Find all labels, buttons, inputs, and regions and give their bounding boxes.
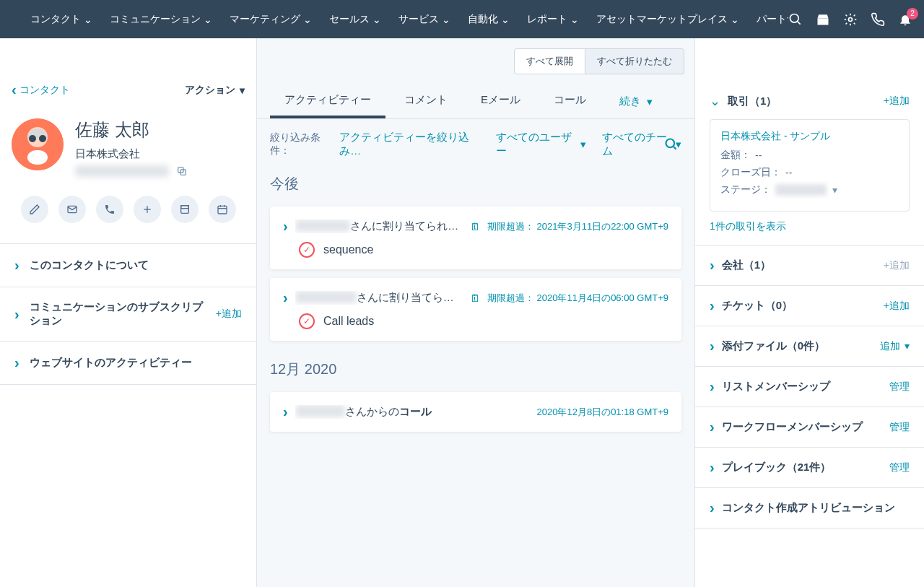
svg-line-5	[798, 21, 801, 24]
tab-call[interactable]: コール	[539, 84, 601, 118]
accordion-website-activity[interactable]: ウェブサイトのアクティビティー	[0, 341, 256, 385]
tab-more[interactable]: 続き▾	[605, 84, 667, 118]
filter-row: 絞り込み条件： アクティビティーを絞り込み… すべてのユーザー ▾ すべてのチー…	[257, 119, 694, 170]
tab-activity[interactable]: アクティビティー	[270, 84, 385, 118]
expand-all-button[interactable]: すべて展開	[514, 48, 585, 74]
left-column: コンタクト アクション ▾ 佐藤 太郎 日本株式会社 xxxxxxxxx@xxx…	[0, 38, 257, 587]
svg-point-4	[790, 14, 799, 22]
nav-automation[interactable]: 自動化	[461, 9, 517, 30]
chevron-right-icon	[14, 306, 19, 323]
activity-tabs: アクティビティー コメント Eメール コール 続き▾	[257, 84, 694, 119]
card-title: Xxxx Xxxxxさんに割り当てられた手動E…	[295, 219, 463, 233]
tickets-header[interactable]: チケット（0）+追加	[710, 297, 910, 314]
companies-header[interactable]: 会社（1）+追加	[710, 257, 910, 274]
deal-name[interactable]: 日本株式会社 - サンプル	[720, 130, 899, 143]
chevron-right-icon	[710, 378, 715, 395]
attachments-header[interactable]: 添付ファイル（0件）追加 ▾	[710, 338, 910, 355]
manage-lists[interactable]: 管理	[889, 381, 910, 393]
attribution-header[interactable]: コンタクト作成アトリビューション	[710, 500, 910, 516]
contact-action-row	[0, 186, 256, 243]
copy-icon[interactable]	[176, 165, 188, 177]
svg-rect-24	[180, 206, 188, 209]
note-button[interactable]	[21, 196, 48, 223]
chevron-right-icon	[710, 338, 715, 355]
add-button[interactable]	[134, 196, 161, 223]
accordion-about[interactable]: このコンタクトについて	[0, 243, 256, 287]
chevron-down-icon: ⌄	[710, 93, 720, 109]
nav-partner[interactable]: パートナー	[749, 9, 788, 30]
bell-icon[interactable]: 2	[898, 12, 912, 27]
tab-comment[interactable]: コメント	[390, 84, 462, 118]
task-check-icon[interactable]: ✓	[299, 313, 315, 329]
meeting-button[interactable]	[209, 196, 236, 223]
middle-column: すべて展開 すべて折りたたむ アクティビティー コメント Eメール コール 続き…	[257, 38, 694, 587]
card-title: Xxxxxxxxxxxさんに割り当てられたタ…	[295, 291, 463, 305]
filter-label: 絞り込み条件：	[270, 131, 323, 157]
overdue-label: 期限超過： 2020年11月4日の06:00 GMT+9	[487, 292, 668, 305]
add-deal[interactable]: +追加	[884, 95, 910, 108]
list-membership-header[interactable]: リストメンバーシップ管理	[710, 378, 910, 395]
chevron-right-icon	[710, 500, 715, 516]
nav-contacts[interactable]: コンタクト	[23, 9, 100, 30]
marketplace-icon[interactable]	[816, 12, 830, 27]
search-icon[interactable]	[664, 137, 679, 152]
task-check-icon[interactable]: ✓	[299, 242, 315, 258]
search-icon[interactable]	[788, 12, 803, 27]
timestamp: 2020年12月8日の01:18 GMT+9	[537, 406, 668, 419]
actions-dropdown[interactable]: アクション ▾	[185, 84, 245, 97]
deals-header[interactable]: ⌄ 取引（1） +追加	[710, 93, 910, 109]
chevron-right-icon	[283, 290, 288, 306]
gear-icon[interactable]	[843, 12, 858, 27]
overdue-label: 期限超過： 2021年3月11日の22:00 GMT+9	[487, 220, 668, 233]
add-subscription[interactable]: +追加	[216, 308, 242, 321]
add-attachment[interactable]: 追加 ▾	[880, 340, 910, 353]
calendar-icon: 🗓	[470, 221, 480, 232]
chevron-right-icon	[283, 218, 288, 235]
workflow-membership-header[interactable]: ワークフローメンバーシップ管理	[710, 419, 910, 435]
nav-reports[interactable]: レポート	[520, 9, 586, 30]
collapse-all-button[interactable]: すべて折りたたむ	[585, 48, 684, 74]
manage-playbooks[interactable]: 管理	[889, 461, 910, 474]
back-to-contacts[interactable]: コンタクト	[12, 82, 70, 98]
activity-card[interactable]: Xxxxxxxxxxxさんに割り当てられたタ… 🗓 期限超過： 2020年11月…	[270, 278, 681, 341]
email-button[interactable]	[58, 196, 86, 223]
phone-icon[interactable]	[871, 12, 885, 27]
card-title: Xxxx Xxxxさんからのコール	[295, 405, 530, 419]
activity-card[interactable]: Xxxx Xxxxxさんに割り当てられた手動E… 🗓 期限超過： 2021年3月…	[270, 206, 681, 269]
chevron-right-icon	[710, 419, 715, 435]
add-ticket[interactable]: +追加	[884, 300, 910, 313]
deal-card[interactable]: 日本株式会社 - サンプル 金額：-- クローズ日： -- ステージ：xxxxx…	[710, 119, 910, 212]
svg-rect-17	[27, 150, 48, 165]
nav-marketplace[interactable]: アセットマーケットプレイス	[589, 9, 746, 30]
chevron-right-icon	[14, 355, 19, 371]
manage-workflows[interactable]: 管理	[889, 421, 910, 434]
call-button[interactable]	[96, 196, 123, 223]
activity-card[interactable]: Xxxx Xxxxさんからのコール 2020年12月8日の01:18 GMT+9	[270, 392, 681, 432]
contact-company: 日本株式会社	[75, 147, 188, 161]
filter-activity[interactable]: アクティビティーを絞り込み…	[339, 131, 480, 158]
svg-point-29	[666, 139, 675, 148]
log-button[interactable]	[171, 196, 199, 223]
chevron-right-icon	[283, 404, 288, 420]
card-subtitle: Call leads	[323, 315, 374, 328]
playbooks-header[interactable]: プレイブック（21件）管理	[710, 459, 910, 476]
show-deals[interactable]: 1件の取引を表示	[710, 220, 910, 233]
nav-marketing[interactable]: マーケティング	[222, 9, 319, 30]
accordion-subscription[interactable]: コミュニケーションのサブスクリプション +追加	[0, 287, 256, 341]
svg-point-7	[849, 17, 853, 21]
nav-sales[interactable]: セールス	[322, 9, 388, 30]
section-upcoming: 今後	[257, 170, 694, 198]
contact-avatar	[12, 118, 64, 170]
chevron-right-icon	[14, 257, 19, 274]
add-company[interactable]: +追加	[884, 259, 910, 272]
expand-collapse-group: すべて展開 すべて折りたたむ	[514, 48, 684, 74]
card-subtitle: sequence	[323, 243, 373, 256]
calendar-icon: 🗓	[470, 292, 480, 304]
top-nav: コンタクト コミュニケーション マーケティング セールス サービス 自動化 レポ…	[0, 0, 924, 38]
notification-badge: 2	[907, 8, 918, 19]
nav-communication[interactable]: コミュニケーション	[103, 9, 219, 30]
nav-right: 2	[788, 9, 924, 30]
tab-email[interactable]: Eメール	[466, 84, 535, 118]
filter-users[interactable]: すべてのユーザー ▾	[496, 131, 585, 158]
nav-service[interactable]: サービス	[391, 9, 458, 30]
